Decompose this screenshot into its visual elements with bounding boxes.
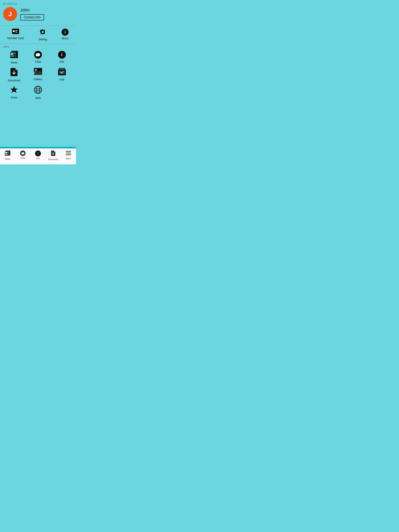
svg-rect-1 [13, 30, 15, 32]
app-point[interactable]: Point [3, 86, 25, 100]
svg-rect-3 [15, 31, 17, 32]
svg-rect-34 [66, 151, 71, 152]
nav-more-icon [66, 151, 71, 157]
gallery-label: Gallery [34, 78, 42, 81]
nav-more-label: More [66, 157, 71, 160]
app-document[interactable]: Document [3, 68, 25, 82]
nav-tab-info[interactable]: i Info [32, 151, 44, 159]
document-label: Document [8, 79, 20, 82]
svg-rect-29 [7, 152, 8, 152]
svg-rect-36 [66, 154, 71, 155]
nav-document-icon [51, 151, 55, 157]
profile-name: John [20, 8, 44, 13]
svg-rect-11 [11, 56, 15, 56]
svg-rect-19 [59, 68, 65, 70]
nav-chat-label: Chat [20, 157, 25, 159]
svg-rect-32 [5, 154, 8, 155]
member-card-action[interactable]: Member Card [7, 29, 24, 41]
news-icon [10, 51, 18, 59]
point-label: Point [11, 96, 17, 99]
avatar: J [3, 7, 17, 21]
nav-news-label: News [5, 158, 10, 160]
info-label: Info [60, 60, 64, 63]
svg-rect-10 [13, 54, 15, 54]
web-icon [34, 86, 42, 95]
nav-chat-icon [20, 151, 26, 156]
app-web[interactable]: Web [27, 86, 49, 100]
chat-label: Chat [35, 60, 41, 63]
apps-section-label: APPS [3, 46, 73, 48]
document-icon [11, 68, 18, 77]
svg-rect-8 [11, 53, 13, 55]
svg-rect-28 [5, 152, 7, 153]
nav-info-label: Info [36, 157, 40, 159]
svg-marker-21 [10, 86, 18, 93]
contact-info-button[interactable]: Contact Info [20, 14, 44, 20]
svg-rect-31 [5, 154, 8, 154]
news-label: News [11, 61, 18, 64]
apps-section: APPS News [0, 44, 76, 101]
poll-label: Poll [60, 78, 64, 81]
nav-document-label: Document [48, 158, 58, 160]
profile-section: MY PROFILE J John Contact Info [0, 0, 76, 26]
point-icon [10, 86, 18, 95]
app-poll[interactable]: Poll [51, 68, 73, 82]
bottom-nav: News Chat i Info Document [0, 148, 76, 164]
info-icon: i [58, 51, 66, 59]
nav-tab-chat[interactable]: Chat [17, 151, 29, 159]
svg-rect-9 [13, 53, 15, 53]
app-news[interactable]: News [3, 51, 25, 64]
nav-info-icon: i [35, 151, 41, 156]
poll-icon [58, 68, 66, 76]
chat-icon [34, 51, 42, 59]
nav-accent-bar [0, 147, 76, 148]
profile-row: J John Contact Info [3, 7, 73, 21]
member-card-label: Member Card [7, 37, 24, 40]
nav-news-icon [5, 151, 10, 157]
profile-section-label: MY PROFILE [3, 3, 73, 5]
app-chat[interactable]: Chat [27, 51, 49, 64]
gallery-icon [34, 68, 42, 76]
nav-tab-document[interactable]: Document [47, 151, 59, 160]
svg-point-5 [42, 31, 44, 33]
nav-tab-more[interactable]: More [63, 151, 74, 160]
svg-point-16 [35, 69, 37, 71]
svg-rect-4 [15, 32, 17, 32]
about-action[interactable]: i About [62, 29, 69, 41]
svg-rect-30 [7, 152, 8, 153]
web-label: Web [35, 96, 41, 100]
setting-action[interactable]: Setting [39, 29, 47, 41]
nav-accent-indicator [69, 147, 72, 148]
svg-point-23 [36, 86, 39, 94]
nav-tab-news[interactable]: News [2, 151, 13, 160]
app-gallery[interactable]: Gallery [27, 68, 49, 82]
setting-label: Setting [39, 38, 47, 41]
about-label: About [62, 37, 69, 40]
main-content: MY PROFILE J John Contact Info [0, 0, 76, 147]
app-info[interactable]: i Info [51, 51, 73, 64]
profile-info: John Contact Info [20, 8, 44, 20]
svg-rect-2 [15, 30, 18, 31]
about-icon: i [62, 29, 69, 36]
apps-grid: News Chat i Info [3, 51, 73, 100]
svg-point-22 [34, 86, 42, 94]
setting-icon [39, 29, 46, 37]
member-card-icon [12, 29, 19, 35]
quick-actions: Member Card Setting i About [0, 26, 76, 44]
svg-rect-12 [11, 56, 14, 57]
svg-rect-35 [66, 153, 71, 153]
